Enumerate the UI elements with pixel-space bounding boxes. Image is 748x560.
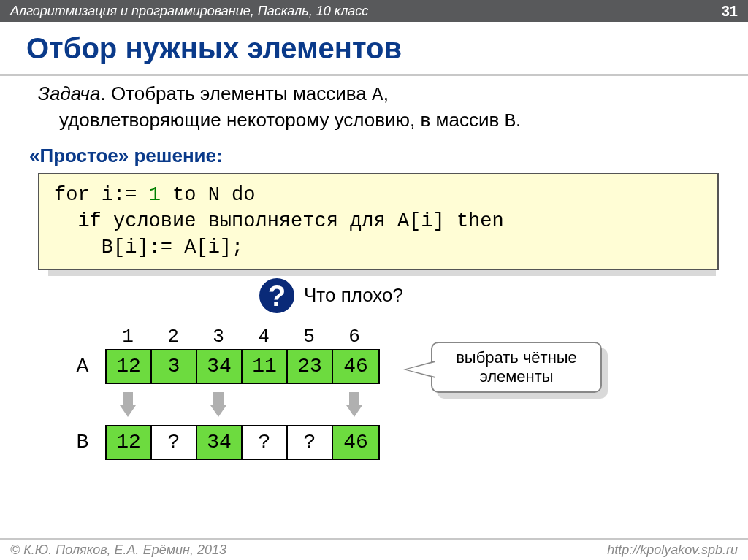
array-b-cells: 12 ? 34 ? ? 46	[105, 425, 380, 460]
arrow-down-icon	[210, 392, 226, 417]
cell: 11	[243, 350, 288, 383]
cell: 46	[333, 350, 378, 383]
array-a-row: A 12 3 34 11 23 46 выбрать чётные элемен…	[60, 349, 719, 384]
array-a-name: A	[372, 84, 383, 106]
cell: 3	[152, 350, 197, 383]
cell: ?	[152, 426, 197, 459]
cell: 12	[107, 350, 152, 383]
page-number: 31	[722, 3, 738, 20]
copyright: © К.Ю. Поляков, Е.А. Ерёмин, 2013	[10, 542, 226, 558]
callout-wrap: выбрать чётные элементы	[431, 342, 602, 393]
idx: 4	[241, 326, 286, 348]
idx: 2	[150, 326, 196, 348]
code-box: for i:= 1 to N do if условие выполняется…	[38, 173, 719, 270]
idx: 5	[286, 326, 332, 348]
callout: выбрать чётные элементы	[431, 342, 602, 393]
idx: 6	[332, 326, 377, 348]
arrows-row	[105, 388, 719, 421]
cell: 12	[107, 426, 152, 459]
task-label: Задача	[38, 83, 100, 104]
task-text: Задача. Отобрать элементы массива A, удо…	[38, 82, 719, 134]
breadcrumb: Алгоритмизация и программирование, Паска…	[10, 4, 368, 19]
solution-label: «Простое» решение:	[29, 145, 719, 167]
idx: 1	[105, 326, 150, 348]
footer-url: http://kpolyakov.spb.ru	[607, 542, 738, 558]
array-diagram: 1 2 3 4 5 6 A 12 3 34 11 23 46 выбрать ч…	[60, 326, 719, 460]
code-highlight-1: 1	[149, 184, 161, 206]
slide-header: Алгоритмизация и программирование, Паска…	[0, 0, 748, 22]
code-block: for i:= 1 to N do if условие выполняется…	[38, 173, 719, 270]
array-b-name: B	[505, 110, 516, 132]
arrow-down-icon	[120, 392, 136, 417]
array-a-cells: 12 3 34 11 23 46	[105, 349, 380, 384]
content: Задача. Отобрать элементы массива A, удо…	[0, 76, 748, 460]
cell: 34	[197, 426, 243, 459]
array-b-label: B	[60, 431, 105, 453]
array-b-row: B 12 ? 34 ? ? 46	[60, 425, 719, 460]
arrow-down-icon	[346, 392, 362, 417]
cell: ?	[288, 426, 333, 459]
cell: 34	[197, 350, 243, 383]
array-a-label: A	[60, 355, 105, 377]
cell: 46	[333, 426, 378, 459]
cell: 23	[288, 350, 333, 383]
question-icon: ?	[257, 276, 297, 315]
slide-footer: © К.Ю. Поляков, Е.А. Ерёмин, 2013 http:/…	[0, 538, 748, 560]
slide-title: Отбор нужных элементов	[0, 22, 748, 76]
question-text: Что плохо?	[304, 284, 403, 307]
question-mark: ?	[268, 281, 286, 310]
question-row: ? Что плохо?	[257, 276, 719, 315]
idx: 3	[196, 326, 241, 348]
index-row: 1 2 3 4 5 6	[105, 326, 719, 348]
cell: ?	[243, 426, 288, 459]
